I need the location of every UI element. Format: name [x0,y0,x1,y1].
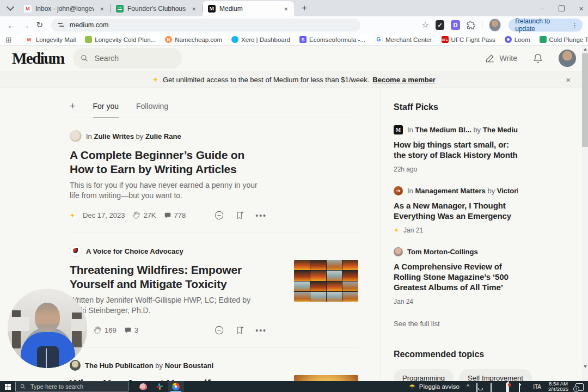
story-text: A Voice for Choice Advocacy Threatening … [70,245,267,335]
extension-d-icon[interactable]: D [451,20,460,30]
relaunch-to-update-button[interactable]: Relaunch to update ⋮ [509,19,583,32]
taskbar-search[interactable] [15,382,128,391]
language-indicator[interactable]: ITA [533,384,541,390]
bookmark-star-icon[interactable]: ☆ [421,20,428,30]
story-title[interactable]: Threatening Wildfires: Empower Yourself … [70,263,267,291]
staff-pick-title[interactable]: A Comprehensive Review of Rolling Stone … [394,261,518,292]
extension-check-icon[interactable]: ✓ [436,20,444,30]
bookmark-icon[interactable] [235,211,244,220]
microphone-icon[interactable] [476,383,483,390]
bookmark-ufc-fight-pass[interactable]: UFCUFC Fight Pass [442,36,495,43]
story-thumbnail[interactable] [294,260,358,302]
bookmark-longevity-mail[interactable]: MLongevity Mail [25,35,76,44]
taskbar-app-slack[interactable] [151,381,168,392]
start-button[interactable] [0,381,15,392]
staff-pick-title[interactable]: As a New Manager, I Thought Everything W… [394,200,518,221]
tab-close-icon[interactable]: × [98,5,106,13]
extensions-puzzle-icon[interactable] [467,20,475,30]
medium-header: Medium Write [0,46,588,71]
tab-medium[interactable]: M Medium × [203,1,294,16]
bookmark-namecheap[interactable]: NNamecheap.com [165,36,222,43]
staff-pick-item[interactable]: Tom Morton-Collings A Comprehensive Revi… [394,247,518,305]
see-full-list-link[interactable]: See the full list [394,320,587,328]
tab-close-icon[interactable]: × [190,5,198,13]
bookmark-icon[interactable] [235,326,244,335]
author-name: Zulie Rane [145,132,181,140]
weather-widget[interactable]: ☂ Pioggia avviso [409,383,460,390]
speaker-muted-icon[interactable] [505,383,512,390]
tab-search-button[interactable] [3,1,17,15]
medium-search[interactable] [73,48,182,69]
display-icon[interactable] [491,383,498,390]
forward-button[interactable]: → [20,19,32,32]
show-less-icon[interactable] [214,325,224,335]
browser-profile-avatar[interactable] [489,19,501,32]
show-less-icon[interactable] [214,210,224,220]
story-card[interactable]: The Hub Publication by Nour Boustani Whe… [70,360,358,381]
bookmark-cold-plunge-tracker[interactable]: Cold Plunge Tracker [540,36,588,43]
tab-founders-clubhouse[interactable]: Founder's Clubhouse Mastercl... × [111,1,202,16]
comments-group[interactable]: 778 [164,211,186,219]
tab-for-you[interactable]: For you [93,102,119,111]
action-center-icon[interactable]: 1 [575,383,584,391]
staff-pick-item[interactable]: ➔ In Management Matters by Victoria Cori… [394,186,518,234]
taskbar-app-brain[interactable] [135,381,151,392]
more-options-icon[interactable]: ••• [255,211,267,220]
bookmark-ecomseoformula[interactable]: SEcomseoformula -... [299,36,365,43]
topic-pill[interactable]: Self Improvement [459,369,532,381]
taskbar-clock[interactable]: 8:54 AM 2/4/2025 [548,381,568,392]
page-scrollbar[interactable] [582,46,588,381]
bookmark-xero[interactable]: Xero | Dashboard [231,36,290,43]
maximize-button[interactable] [559,5,565,11]
tab-inbox[interactable]: M Inbox - john@longevitycoldpl... × [19,1,110,16]
story-card[interactable]: A Voice for Choice Advocacy Threatening … [70,245,358,348]
claps-group[interactable]: 27K [132,211,156,219]
story-card[interactable]: In Zulie Writes by Zulie Rane A Complete… [70,130,358,233]
bookmark-loom[interactable]: Loom [505,36,530,43]
minimize-button[interactable]: – [541,4,544,13]
topic-pill[interactable]: Programming [394,369,454,381]
member-only-star-icon: ✦ [394,226,399,234]
become-member-link[interactable]: Become a member [372,76,436,84]
back-button[interactable]: ← [5,19,17,32]
site-settings-icon[interactable] [58,22,65,29]
scrollbar-thumb[interactable] [582,53,588,147]
bookmark-label: Loom [514,36,530,43]
story-title[interactable]: When You Accept Yourself, Everything Els… [70,377,267,381]
banner-close-icon[interactable]: × [566,75,571,84]
byline[interactable]: The Hub Publication by Nour Boustani [70,360,267,371]
scroll-down-arrow[interactable] [584,365,587,368]
story-title[interactable]: A Complete Beginner’s Guide on How to Ea… [70,148,267,176]
close-window-button[interactable]: × [579,4,584,13]
bookmark-merchant-center[interactable]: GMerchant Center [375,35,432,44]
medium-profile-avatar[interactable] [559,50,576,67]
apps-grid-icon[interactable]: ⊞ [5,35,12,44]
battery-icon[interactable] [519,383,526,390]
byline[interactable]: A Voice for Choice Advocacy [70,245,267,257]
staff-picks-heading: Staff Picks [394,102,587,112]
search-input[interactable] [94,53,174,63]
notifications-bell-icon[interactable] [532,53,543,64]
tray-expand-icon[interactable]: ^ [467,383,469,390]
browser-menu-icon[interactable]: ⋮ [569,21,580,29]
tab-close-icon[interactable]: × [282,5,290,13]
more-options-icon[interactable]: ••• [255,326,267,335]
taskbar-search-input[interactable] [29,383,124,390]
scroll-up-arrow[interactable] [584,48,587,51]
medium-logo[interactable]: Medium [12,50,64,68]
claps-group[interactable]: 169 [94,326,117,334]
story-thumbnail[interactable] [294,145,358,185]
customize-feed-plus-icon[interactable]: + [70,102,76,110]
taskbar-app-chrome[interactable] [168,381,184,392]
new-tab-button[interactable]: + [297,1,311,15]
comments-group[interactable]: 3 [124,326,138,334]
write-button[interactable]: Write [485,53,517,64]
staff-pick-title[interactable]: How big things start small, or: the stor… [394,139,518,160]
story-thumbnail[interactable] [294,375,358,381]
address-bar[interactable]: medium.com [51,19,361,32]
staff-pick-item[interactable]: M In The Medium Bl... by The Medium News… [394,125,518,173]
reload-button[interactable]: ↻ [34,19,46,32]
tab-following[interactable]: Following [136,102,168,111]
bookmark-longevity-cold-plunge[interactable]: Longevity Cold Plun... [85,36,156,43]
byline[interactable]: In Zulie Writes by Zulie Rane [70,130,267,142]
